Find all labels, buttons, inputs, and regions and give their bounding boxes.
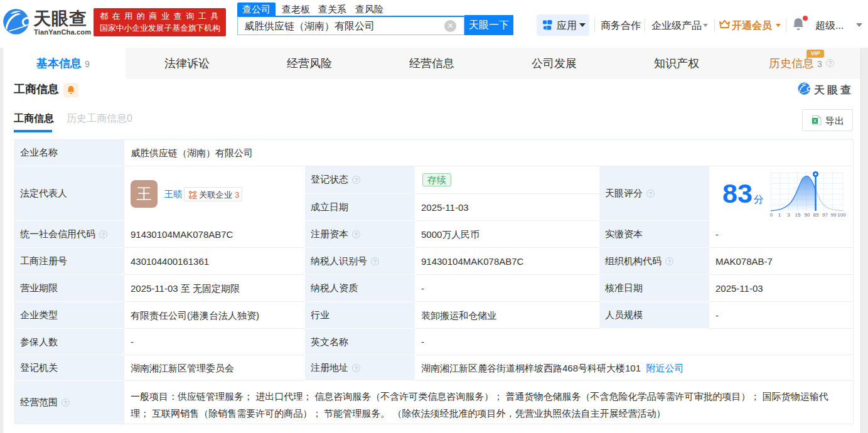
svg-text:99: 99 [831, 212, 837, 218]
svg-text:50: 50 [805, 212, 810, 218]
svg-text:3: 3 [787, 212, 790, 218]
svg-text:97: 97 [822, 212, 828, 218]
svg-text:85: 85 [813, 212, 819, 218]
svg-text:1: 1 [778, 212, 781, 218]
svg-text:0: 0 [770, 212, 773, 218]
svg-text:100: 100 [837, 212, 846, 218]
svg-text:15: 15 [795, 212, 801, 218]
svg-text:企: 企 [191, 193, 197, 200]
